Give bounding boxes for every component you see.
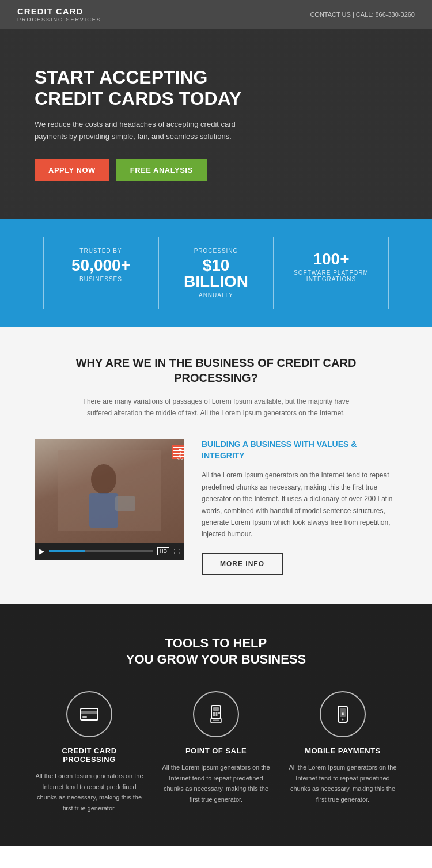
- stat-item-processing: PROCESSING $10 BILLION ANNUALLY: [158, 237, 274, 309]
- why-description: There are many variations of passages of…: [72, 396, 360, 419]
- hero-title: START ACCEPTING CREDIT CARDS TODAY: [35, 67, 253, 109]
- logo-title: CREDIT CARD: [17, 7, 101, 17]
- svg-rect-13: [216, 714, 218, 716]
- building-title: BUILDING A BUSINESS WITH VALUES & INTEGR…: [202, 439, 397, 461]
- site-header: CREDIT CARD PROCESSING SERVICES CONTACT …: [0, 0, 432, 29]
- stat-number-billion: $10 BILLION: [170, 257, 262, 290]
- tool-desc-credit-card: All the Lorem Ipsum generators on the In…: [35, 771, 144, 814]
- pos-icon-circle: [193, 691, 239, 737]
- credit-card-icon-circle: [66, 691, 112, 737]
- play-icon[interactable]: ▶: [39, 547, 44, 555]
- video-sidebar-icons: ❤ ✦ ⊕ </>: [172, 445, 184, 459]
- fullscreen-icon[interactable]: ⛶: [174, 548, 180, 555]
- hero-content: START ACCEPTING CREDIT CARDS TODAY We re…: [35, 67, 253, 181]
- tool-item-mobile: $ MOBILE PAYMENTS All the Lorem Ipsum ge…: [288, 691, 397, 814]
- video-thumbnail: ❤ ✦ ⊕ </>: [35, 439, 184, 543]
- svg-rect-15: [213, 720, 219, 721]
- svg-rect-11: [218, 712, 220, 714]
- svg-rect-2: [89, 493, 118, 528]
- hd-badge: HD: [157, 547, 169, 555]
- pos-icon: [205, 703, 227, 725]
- svg-rect-8: [213, 707, 219, 711]
- svg-point-1: [91, 464, 116, 494]
- mobile-icon-circle: $: [320, 691, 366, 737]
- stat-item-integrations: 100+ SOFTWARE PLATFORM INTEGRATIONS: [274, 237, 389, 309]
- why-content: ❤ ✦ ⊕ </> ▶ HD ⛶ BUILDING A BUSINESS WIT…: [35, 439, 397, 575]
- building-description: All the Lorem Ipsum generators on the In…: [202, 469, 397, 540]
- stat-label-businesses: BUSINESSES: [55, 276, 146, 282]
- svg-rect-3: [115, 496, 135, 511]
- stat-number-businesses: 50,000+: [55, 257, 146, 274]
- more-info-button[interactable]: MORE INFO: [202, 553, 283, 575]
- stat-item-businesses: TRUSTED BY 50,000+ BUSINESSES: [43, 237, 158, 309]
- stat-label-processing: PROCESSING: [170, 248, 262, 254]
- tool-desc-mobile: All the Lorem Ipsum generators on the In…: [288, 762, 397, 805]
- progress-fill: [49, 550, 85, 552]
- stat-label-annually: ANNUALLY: [170, 292, 262, 298]
- svg-rect-9: [213, 712, 215, 714]
- stat-number-integrations: 100+: [286, 251, 377, 267]
- why-text: BUILDING A BUSINESS WITH VALUES & INTEGR…: [202, 439, 397, 575]
- video-image: [35, 439, 184, 543]
- stat-label-trusted: TRUSTED BY: [55, 248, 146, 254]
- hero-section: START ACCEPTING CREDIT CARDS TODAY We re…: [0, 29, 432, 219]
- why-section: WHY ARE WE IN THE BUSINESS OF CREDIT CAR…: [0, 327, 432, 604]
- hero-buttons: APPLY NOW FREE ANALYSIS: [35, 159, 253, 181]
- logo-subtitle: PROCESSING SERVICES: [17, 17, 101, 22]
- mobile-icon: $: [332, 703, 354, 725]
- video-scene-icon: [58, 450, 161, 531]
- tools-section: TOOLS TO HELPYOU GROW YOUR BUSINESS CRED…: [0, 604, 432, 846]
- contact-info: CONTACT US | CALL: 866-330-3260: [310, 11, 415, 18]
- tool-name-credit-card: CREDIT CARD PROCESSING: [35, 746, 144, 764]
- svg-rect-12: [213, 714, 215, 716]
- tool-item-credit-card: CREDIT CARD PROCESSING All the Lorem Ips…: [35, 691, 144, 814]
- svg-text:$: $: [342, 711, 344, 716]
- video-container[interactable]: ❤ ✦ ⊕ </> ▶ HD ⛶: [35, 439, 184, 560]
- tool-name-mobile: MOBILE PAYMENTS: [288, 746, 397, 755]
- stat-label-integrations: SOFTWARE PLATFORM INTEGRATIONS: [286, 270, 377, 282]
- tool-item-pos: POINT OF SALE All the Lorem Ipsum genera…: [161, 691, 271, 814]
- svg-rect-10: [216, 712, 218, 714]
- video-controls[interactable]: ▶ HD ⛶: [35, 543, 184, 560]
- svg-rect-6: [82, 716, 87, 718]
- logo-area: CREDIT CARD PROCESSING SERVICES: [17, 7, 101, 22]
- progress-bar: [49, 550, 153, 552]
- tools-title: TOOLS TO HELPYOU GROW YOUR BUSINESS: [35, 635, 397, 668]
- cta-section: START ACCEPTING CREDIT CARDS TODAY We re…: [0, 846, 432, 868]
- free-analysis-button[interactable]: FREE ANALYSIS: [116, 159, 207, 181]
- tool-desc-pos: All the Lorem Ipsum generators on the In…: [161, 762, 271, 805]
- svg-rect-5: [81, 711, 98, 714]
- why-title: WHY ARE WE IN THE BUSINESS OF CREDIT CAR…: [35, 355, 397, 385]
- tool-name-pos: POINT OF SALE: [161, 746, 271, 755]
- hero-description: We reduce the costs and headaches of acc…: [35, 119, 253, 143]
- credit-card-icon: [78, 703, 100, 725]
- tools-grid: CREDIT CARD PROCESSING All the Lorem Ips…: [35, 691, 397, 814]
- svg-point-18: [342, 719, 344, 721]
- stats-section: TRUSTED BY 50,000+ BUSINESSES PROCESSING…: [0, 219, 432, 327]
- apply-now-button[interactable]: APPLY NOW: [35, 159, 109, 181]
